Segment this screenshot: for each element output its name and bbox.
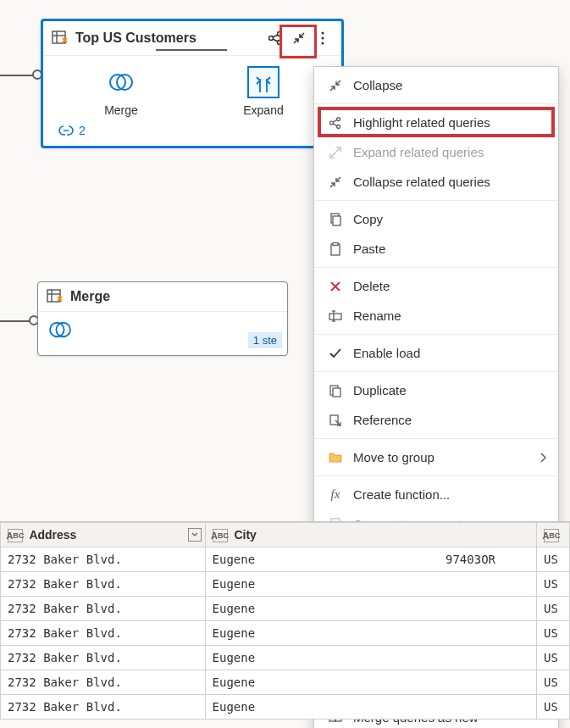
menu-duplicate[interactable]: Duplicate <box>314 375 558 405</box>
svg-point-19 <box>337 117 340 120</box>
step-label: Merge <box>104 103 138 117</box>
node-top-us-customers[interactable]: Top US Customers Merge <box>41 19 344 148</box>
check-icon <box>326 347 345 359</box>
menu-reference[interactable]: Reference <box>314 405 558 435</box>
function-icon: fx <box>326 487 345 502</box>
svg-line-6 <box>273 35 278 37</box>
node-body: Merge Expand <box>43 56 341 120</box>
cell-address: 2732 Baker Blvd. <box>1 572 206 597</box>
steps-count-tag: 1 ste <box>248 332 282 348</box>
link-count: 2 <box>79 124 86 137</box>
menu-divider <box>314 200 558 201</box>
menu-copy[interactable]: Copy <box>314 204 558 234</box>
menu-enable-load[interactable]: Enable load <box>314 338 558 368</box>
cell-address: 2732 Baker Blvd. <box>1 621 206 646</box>
paste-icon <box>326 242 345 256</box>
svg-line-21 <box>333 119 336 122</box>
step-merge[interactable]: Merge <box>83 66 159 117</box>
expand-step-icon <box>247 66 279 98</box>
svg-point-16 <box>50 323 64 337</box>
table-row[interactable]: 2732 Baker Blvd.EugeneUS <box>1 597 570 621</box>
menu-collapse-related[interactable]: Collapse related queries <box>314 167 558 197</box>
menu-create-function[interactable]: fx Create function... <box>314 480 558 509</box>
menu-delete[interactable]: Delete <box>314 271 558 301</box>
node-header: Merge <box>38 282 287 312</box>
chevron-right-icon <box>540 453 546 463</box>
merge-step-icon[interactable] <box>48 320 277 339</box>
cell-city: Eugene <box>205 670 536 695</box>
filter-chevron-icon[interactable] <box>188 528 202 542</box>
column-header-city[interactable]: ABC City <box>205 523 536 547</box>
menu-highlight-related[interactable]: Highlight related queries <box>314 108 558 137</box>
svg-point-17 <box>56 323 70 337</box>
delete-icon <box>326 281 345 292</box>
table-row[interactable]: 2732 Baker Blvd.EugeneUS <box>1 621 570 646</box>
cell-partial: US <box>536 547 569 572</box>
cell-city: EugeneOR97403 <box>205 547 536 572</box>
menu-move-to-group[interactable]: Move to group <box>314 442 558 472</box>
svg-point-20 <box>337 125 340 128</box>
cell-address: 2732 Baker Blvd. <box>1 695 206 720</box>
folder-icon <box>326 452 345 464</box>
svg-rect-32 <box>333 388 340 397</box>
step-connector <box>156 49 227 51</box>
column-header-address[interactable]: ABC Address <box>1 523 206 547</box>
step-label: Expand <box>243 103 283 117</box>
svg-line-22 <box>333 123 336 125</box>
cell-address: 2732 Baker Blvd. <box>1 646 206 670</box>
cell-city: Eugene <box>205 646 536 670</box>
cell-city: Eugene <box>205 572 536 597</box>
share-icon <box>326 116 345 130</box>
node-title: Top US Customers <box>75 31 265 46</box>
cell-address: 2732 Baker Blvd. <box>1 547 206 572</box>
table-row[interactable]: 2732 Baker Blvd.EugeneUS <box>1 646 570 670</box>
duplicate-icon <box>326 384 345 397</box>
svg-rect-24 <box>333 216 340 225</box>
table-row[interactable]: 2732 Baker Blvd.EugeneOR97403US <box>1 547 570 572</box>
svg-point-10 <box>322 42 324 45</box>
data-preview-table: ABC Address ABC City ABC 2732 Baker Blvd… <box>0 521 570 720</box>
svg-point-8 <box>322 32 324 35</box>
type-text-icon: ABC <box>8 529 23 542</box>
table-header-row: ABC Address ABC City ABC <box>1 523 570 547</box>
diagram-canvas[interactable]: Top US Customers Merge <box>0 0 570 521</box>
merge-step-icon <box>105 66 137 98</box>
menu-divider <box>314 438 558 439</box>
table-row[interactable]: 2732 Baker Blvd.EugeneUS <box>1 572 570 597</box>
node-footer[interactable]: 2 <box>43 120 341 146</box>
type-text-icon: ABC <box>213 529 228 542</box>
cell-city: Eugene <box>205 597 536 621</box>
table-row[interactable]: 2732 Baker Blvd.EugeneUS <box>1 695 570 720</box>
callout-highlight-icon <box>279 25 317 58</box>
cell-partial: US <box>536 572 569 597</box>
menu-divider <box>314 103 558 104</box>
cell-partial: US <box>536 597 569 621</box>
menu-collapse[interactable]: Collapse <box>314 70 558 100</box>
table-icon <box>52 31 69 46</box>
svg-point-18 <box>330 121 334 125</box>
table-row[interactable]: 2732 Baker Blvd.EugeneUS <box>1 670 570 695</box>
menu-divider <box>314 334 558 335</box>
cell-partial: US <box>536 646 569 670</box>
column-header-partial[interactable]: ABC <box>536 523 569 547</box>
cell-partial: US <box>536 695 569 720</box>
rename-icon <box>326 309 345 323</box>
cell-address: 2732 Baker Blvd. <box>1 670 206 695</box>
step-expand[interactable]: Expand <box>225 66 302 117</box>
node-title: Merge <box>70 289 279 304</box>
svg-point-3 <box>269 36 274 41</box>
menu-rename[interactable]: Rename <box>314 301 558 331</box>
cell-city: Eugene <box>205 621 536 646</box>
svg-line-7 <box>273 39 278 42</box>
copy-icon <box>326 213 345 226</box>
svg-rect-33 <box>330 415 338 425</box>
menu-paste[interactable]: Paste <box>314 234 558 264</box>
type-text-icon: ABC <box>544 529 559 542</box>
reference-icon <box>326 414 345 427</box>
collapse-icon <box>326 79 345 92</box>
svg-rect-26 <box>333 242 338 245</box>
menu-expand-related: Expand related queries <box>314 137 558 167</box>
cell-address: 2732 Baker Blvd. <box>1 597 206 621</box>
node-merge[interactable]: Merge 1 ste <box>37 281 288 356</box>
menu-divider <box>314 371 558 372</box>
